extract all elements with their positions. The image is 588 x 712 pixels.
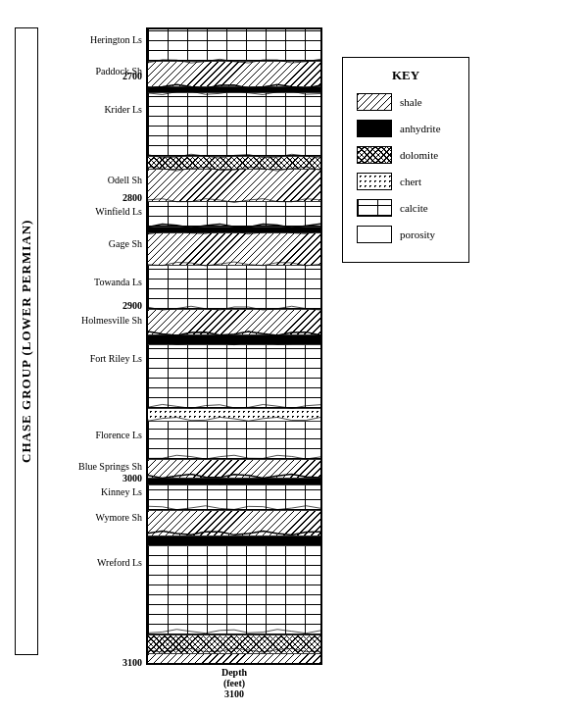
label-Herington-Ls: Herington Ls	[90, 34, 142, 46]
layer-19	[148, 536, 320, 546]
key-swatch-porosity	[357, 226, 392, 243]
key-swatch-dolomite	[357, 146, 392, 164]
label-Holmesville-Sh: Holmesville Sh	[81, 315, 142, 327]
layer-13	[148, 409, 320, 422]
layer-4	[148, 157, 320, 170]
layer-Odell-Sh	[148, 170, 320, 202]
key-item-anhydrite: anhydrite	[357, 120, 455, 137]
layer-Towanda-Ls	[148, 266, 320, 311]
key-item-porosity: porosity	[357, 226, 455, 243]
key-item-chert: chert	[357, 173, 455, 190]
layer-Gage-Sh	[148, 233, 320, 266]
depth-3100: 3100	[122, 657, 142, 668]
layer-Blue-Springs-Sh	[148, 460, 320, 480]
layer-Holmesville-Sh	[148, 310, 320, 335]
key-items: shaleanhydritedolomitechertcalciteporosi…	[357, 93, 455, 243]
label-Odell-Sh: Odell Sh	[108, 175, 142, 186]
key-label-porosity: porosity	[400, 229, 435, 240]
key-label-chert: chert	[400, 176, 421, 187]
layer-11	[148, 335, 320, 345]
key-item-calcite: calcite	[357, 199, 455, 217]
label-Wymore-Sh: Wymore Sh	[96, 512, 142, 524]
layer-Fort-Riley-Ls	[148, 345, 320, 409]
depth-2900: 2900	[122, 300, 142, 311]
depth-2700: 2700	[122, 71, 142, 81]
bottom-label: Depth (feet) 3100	[221, 667, 247, 699]
key-swatch-chert	[357, 173, 392, 190]
layer-Florence-Ls	[148, 422, 320, 460]
label-Blue-Springs-Sh: Blue Springs Sh	[78, 461, 142, 473]
key-label-anhydrite: anhydrite	[400, 123, 441, 134]
label-Kinney-Ls: Kinney Ls	[101, 486, 142, 498]
key-swatch-calcite	[357, 199, 392, 217]
label-Wreford-Ls: Wreford Ls	[97, 557, 142, 569]
depth-3000: 3000	[122, 473, 142, 483]
label-Winfield-Ls: Winfield Ls	[95, 206, 142, 218]
label-Gage-Sh: Gage Sh	[109, 238, 142, 250]
label-Krider-Ls: Krider Ls	[104, 104, 142, 116]
layer-21	[148, 636, 320, 655]
strat-column	[146, 27, 322, 665]
layer-Winfield-Ls	[148, 202, 320, 228]
key-item-dolomite: dolomite	[357, 146, 455, 164]
key-label-shale: shale	[400, 96, 422, 108]
key-label-dolomite: dolomite	[400, 149, 438, 161]
layer-Krider-Ls	[148, 93, 320, 157]
group-label: CHASE GROUP (LOWER PERMIAN)	[15, 27, 38, 655]
label-Towanda-Ls: Towanda Ls	[94, 277, 142, 288]
column-wrapper: Depth (feet) 3100	[146, 27, 322, 699]
key-item-shale: shale	[357, 93, 455, 111]
main-container: CHASE GROUP (LOWER PERMIAN) Herington Ls…	[10, 8, 578, 704]
key-box: KEY shaleanhydritedolomitechertcalcitepo…	[342, 57, 469, 263]
left-labels: Herington LsPaddock ShKrider LsOdell ShW…	[38, 27, 146, 665]
layer-Kinney-Ls	[148, 485, 320, 511]
key-swatch-anhydrite	[357, 120, 392, 137]
layer-Wreford-Ls	[148, 546, 320, 636]
layer-Wymore-Sh	[148, 511, 320, 536]
layer-22	[148, 654, 320, 665]
label-Fort-Riley-Ls: Fort Riley Ls	[90, 353, 142, 365]
key-swatch-shale	[357, 93, 392, 111]
key-label-calcite: calcite	[400, 202, 428, 214]
layer-Paddock-Sh	[148, 62, 320, 87]
layer-Herington-Ls	[148, 29, 320, 62]
key-title: KEY	[357, 68, 455, 83]
label-Florence-Ls: Florence Ls	[96, 430, 143, 441]
depth-2800: 2800	[122, 192, 142, 203]
